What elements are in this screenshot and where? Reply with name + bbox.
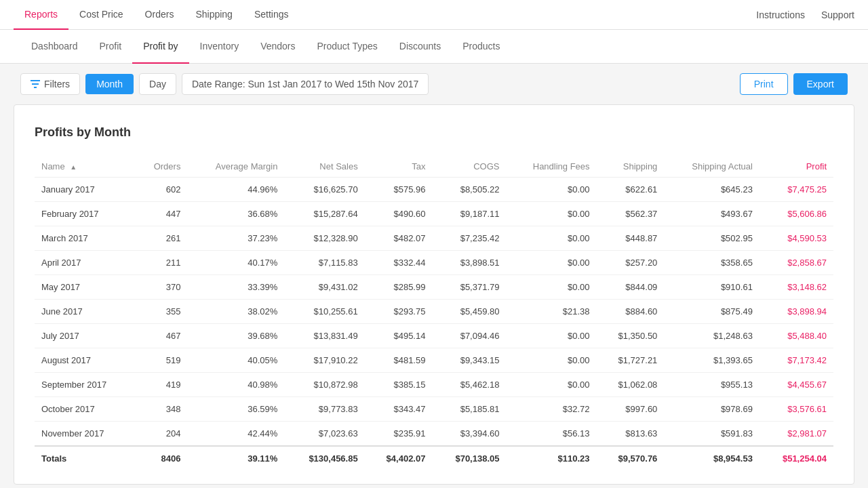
- cell-margin: 38.02%: [187, 300, 284, 324]
- cell-shipping: $997.60: [597, 397, 665, 422]
- cell-profit: $3,898.94: [760, 300, 833, 324]
- cell-orders: 419: [136, 373, 188, 397]
- top-nav-settings[interactable]: Settings: [243, 0, 300, 30]
- cell-profit: $3,148.62: [760, 275, 833, 300]
- col-profit: Profit: [760, 156, 833, 178]
- cell-margin: 33.39%: [187, 275, 284, 300]
- cell-orders: 447: [136, 202, 188, 226]
- cell-net-sales: $15,287.64: [284, 202, 364, 226]
- cell-cogs: $9,187.11: [432, 202, 506, 226]
- cell-tax: $385.15: [365, 373, 433, 397]
- table-row: November 2017 204 42.44% $7,023.63 $235.…: [35, 422, 833, 447]
- cell-handling: $56.13: [507, 422, 597, 447]
- col-cogs: COGS: [432, 156, 506, 178]
- totals-handling: $110.23: [507, 446, 597, 470]
- cell-net-sales: $10,872.98: [284, 373, 364, 397]
- cell-net-sales: $7,023.63: [284, 422, 364, 447]
- top-nav-instructions[interactable]: Instructions: [756, 9, 805, 20]
- day-button[interactable]: Day: [139, 73, 176, 95]
- cell-margin: 36.68%: [187, 202, 284, 226]
- cell-orders: 467: [136, 324, 188, 348]
- cell-handling: $0.00: [507, 275, 597, 300]
- cell-shipping: $844.09: [597, 275, 665, 300]
- cell-orders: 211: [136, 251, 188, 275]
- totals-orders: 8406: [136, 446, 188, 470]
- filters-button[interactable]: Filters: [20, 73, 80, 95]
- sub-nav-dashboard[interactable]: Dashboard: [20, 30, 89, 64]
- toolbar-right-actions: Print Export: [740, 73, 848, 95]
- cell-profit: $2,858.67: [760, 251, 833, 275]
- cell-shipping-actual: $493.67: [664, 202, 760, 226]
- table-row: January 2017 602 44.96% $16,625.70 $575.…: [35, 178, 833, 202]
- cell-orders: 261: [136, 226, 188, 251]
- cell-profit: $2,981.07: [760, 422, 833, 447]
- cell-shipping: $1,062.08: [597, 373, 665, 397]
- cell-name: January 2017: [35, 178, 136, 202]
- cell-shipping-actual: $645.23: [664, 178, 760, 202]
- cell-shipping: $884.60: [597, 300, 665, 324]
- cell-shipping-actual: $591.83: [664, 422, 760, 447]
- cell-profit: $7,173.42: [760, 348, 833, 373]
- cell-shipping-actual: $955.13: [664, 373, 760, 397]
- cell-profit: $4,590.53: [760, 226, 833, 251]
- col-shipping-actual: Shipping Actual: [664, 156, 760, 178]
- cell-cogs: $9,343.15: [432, 348, 506, 373]
- col-name[interactable]: Name ▲: [35, 156, 136, 178]
- cell-tax: $490.60: [365, 202, 433, 226]
- cell-name: May 2017: [35, 275, 136, 300]
- cell-shipping-actual: $910.61: [664, 275, 760, 300]
- sub-nav-products[interactable]: Products: [452, 30, 511, 64]
- cell-net-sales: $12,328.90: [284, 226, 364, 251]
- cell-name: June 2017: [35, 300, 136, 324]
- cell-cogs: $3,898.51: [432, 251, 506, 275]
- col-margin: Average Margin: [187, 156, 284, 178]
- cell-margin: 37.23%: [187, 226, 284, 251]
- cell-handling: $0.00: [507, 348, 597, 373]
- month-button[interactable]: Month: [85, 74, 134, 94]
- card-title: Profits by Month: [35, 125, 833, 140]
- sub-nav-discounts[interactable]: Discounts: [389, 30, 452, 64]
- cell-tax: $285.99: [365, 275, 433, 300]
- cell-shipping: $813.63: [597, 422, 665, 447]
- cell-shipping-actual: $358.65: [664, 251, 760, 275]
- sub-nav-vendors[interactable]: Vendors: [250, 30, 306, 64]
- cell-handling: $0.00: [507, 373, 597, 397]
- sub-nav-profit-by[interactable]: Profit by: [132, 30, 189, 64]
- totals-cogs: $70,138.05: [432, 446, 506, 470]
- export-button[interactable]: Export: [793, 73, 848, 95]
- top-nav-reports[interactable]: Reports: [14, 0, 68, 30]
- cell-name: July 2017: [35, 324, 136, 348]
- sub-nav-product-types[interactable]: Product Types: [307, 30, 389, 64]
- cell-tax: $332.44: [365, 251, 433, 275]
- cell-margin: 40.17%: [187, 251, 284, 275]
- cell-cogs: $5,462.18: [432, 373, 506, 397]
- totals-margin: 39.11%: [187, 446, 284, 470]
- date-range-display: Date Range: Sun 1st Jan 2017 to Wed 15th…: [182, 73, 429, 95]
- sub-nav-inventory[interactable]: Inventory: [189, 30, 250, 64]
- cell-shipping-actual: $1,393.65: [664, 348, 760, 373]
- table-row: August 2017 519 40.05% $17,910.22 $481.5…: [35, 348, 833, 373]
- top-nav-shipping[interactable]: Shipping: [184, 0, 243, 30]
- profits-table: Name ▲ Orders Average Margin Net Sales T…: [35, 156, 833, 470]
- cell-name: October 2017: [35, 397, 136, 422]
- col-handling: Handling Fees: [507, 156, 597, 178]
- cell-net-sales: $9,773.83: [284, 397, 364, 422]
- top-nav-cost-price[interactable]: Cost Price: [68, 0, 134, 30]
- cell-shipping-actual: $875.49: [664, 300, 760, 324]
- table-row: October 2017 348 36.59% $9,773.83 $343.4…: [35, 397, 833, 422]
- top-nav-orders[interactable]: Orders: [134, 0, 185, 30]
- col-orders: Orders: [136, 156, 188, 178]
- cell-shipping: $622.61: [597, 178, 665, 202]
- cell-shipping: $1,350.50: [597, 324, 665, 348]
- top-nav-support[interactable]: Support: [821, 9, 854, 20]
- totals-row: Totals 8406 39.11% $130,456.85 $4,402.07…: [35, 446, 833, 470]
- cell-shipping-actual: $502.95: [664, 226, 760, 251]
- col-net-sales: Net Sales: [284, 156, 364, 178]
- table-row: June 2017 355 38.02% $10,255.61 $293.75 …: [35, 300, 833, 324]
- print-button[interactable]: Print: [740, 73, 788, 95]
- cell-net-sales: $13,831.49: [284, 324, 364, 348]
- cell-shipping-actual: $978.69: [664, 397, 760, 422]
- sub-nav-profit[interactable]: Profit: [89, 30, 133, 64]
- cell-net-sales: $10,255.61: [284, 300, 364, 324]
- cell-tax: $575.96: [365, 178, 433, 202]
